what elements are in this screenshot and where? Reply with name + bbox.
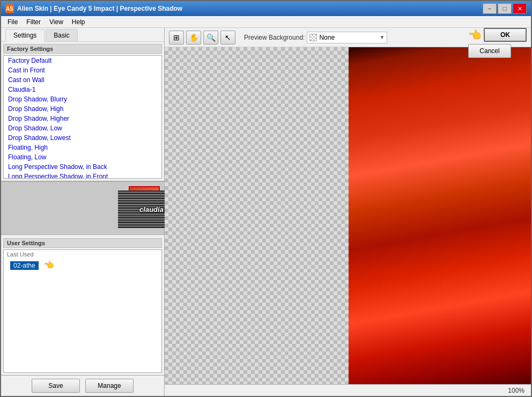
user-settings-section: User Settings Last Used 02-athe 👈 [1,235,164,375]
list-item-long-persp-back[interactable]: Long Perspective Shadow, in Back [4,162,161,172]
user-list-item-selected[interactable]: 02-athe [10,261,39,270]
bottom-buttons: Save Manage [1,375,164,396]
factory-settings-list[interactable]: Factory Default Cast in Front Cast on Wa… [3,55,162,179]
minimize-button[interactable]: − [483,3,497,14]
preview-bg-swatch [309,34,317,41]
list-item-factory-default[interactable]: Factory Default [4,56,161,65]
menu-bar: File Filter View Help [1,16,531,28]
list-item-drop-shadow-blurry[interactable]: Drop Shadow, Blurry [4,94,161,104]
restore-button[interactable]: □ [498,3,512,14]
preview-bg-value: None [319,34,377,41]
menu-help[interactable]: Help [68,17,90,27]
zoom-level: 100% [508,387,524,394]
pan-button[interactable]: ✋ [186,31,201,45]
zoom-fit-button[interactable]: ⊞ [169,31,184,45]
ok-button[interactable]: OK [484,28,527,42]
zoom-fit-icon: ⊞ [173,33,180,42]
list-item-drop-shadow-low[interactable]: Drop Shadow, Low [4,123,161,133]
menu-file[interactable]: File [3,17,22,27]
user-settings-title: User Settings [3,238,162,248]
list-item-long-persp-front[interactable]: Long Perspective Shadow, in Front [4,172,161,179]
status-bar: 100% [165,384,531,396]
ok-hand-icon: 👈 [468,28,482,41]
left-panel: Settings Basic Factory Settings Factory … [1,28,165,396]
pan-icon: ✋ [189,33,198,42]
list-item-floating-low[interactable]: Floating, Low [4,152,161,162]
factory-settings-title: Factory Settings [3,44,162,54]
tabs-bar: Settings Basic [1,28,164,42]
window-title: Alien Skin | Eye Candy 5 Impact | Perspe… [17,5,483,12]
select-button[interactable]: ↖ [220,31,235,45]
menu-filter[interactable]: Filter [22,17,45,27]
close-button[interactable]: ✕ [513,3,527,14]
ok-cancel-panel: 👈 OK Cancel [468,28,527,58]
pointing-hand-icon: 👈 [43,260,54,270]
preview-bg-label: Preview Background: [244,34,305,41]
main-window: AS Alien Skin | Eye Candy 5 Impact | Per… [0,0,532,397]
list-item-drop-shadow-higher[interactable]: Drop Shadow, Higher [4,114,161,123]
preset-preview-label: claudia [139,205,164,214]
app-icon: AS [5,4,14,13]
menu-view[interactable]: View [45,17,68,27]
preview-bg-dropdown-icon: ▼ [379,34,385,40]
list-item-cast-on-wall[interactable]: Cast on Wall [4,75,161,85]
factory-settings-section: Factory Settings Factory Default Cast in… [1,42,164,181]
list-item-cast-in-front[interactable]: Cast in Front [4,65,161,75]
tab-basic[interactable]: Basic [46,29,77,41]
title-bar: AS Alien Skin | Eye Candy 5 Impact | Per… [1,1,531,16]
list-item-drop-shadow-lowest[interactable]: Drop Shadow, Lowest [4,133,161,143]
last-used-label: Last Used [4,250,161,259]
list-item-floating-high[interactable]: Floating, High [4,143,161,152]
list-item-drop-shadow-high[interactable]: Drop Shadow, High [4,104,161,114]
cancel-button[interactable]: Cancel [468,44,511,58]
tab-settings[interactable]: Settings [5,29,45,42]
select-icon: ↖ [225,33,231,42]
list-item-claudia-1[interactable]: Claudia-1 [4,85,161,94]
zoom-in-button[interactable]: 🔍 [203,31,218,45]
content-area: Settings Basic Factory Settings Factory … [1,28,531,396]
checkerboard-background [165,47,531,384]
user-settings-list[interactable]: Last Used 02-athe 👈 [3,249,162,373]
window-controls: − □ ✕ [483,3,527,14]
preview-bg-selector[interactable]: None ▼ [307,32,387,43]
subject-image [349,47,531,384]
user-list-item-row: 02-athe 👈 [4,259,161,272]
preview-canvas[interactable] [165,47,531,384]
save-button[interactable]: Save [32,379,80,393]
manage-button[interactable]: Manage [85,379,134,393]
zoom-icon: 🔍 [206,33,216,42]
main-area: 👈 OK Cancel ⊞ ✋ 🔍 ↖ Preview [165,28,531,396]
